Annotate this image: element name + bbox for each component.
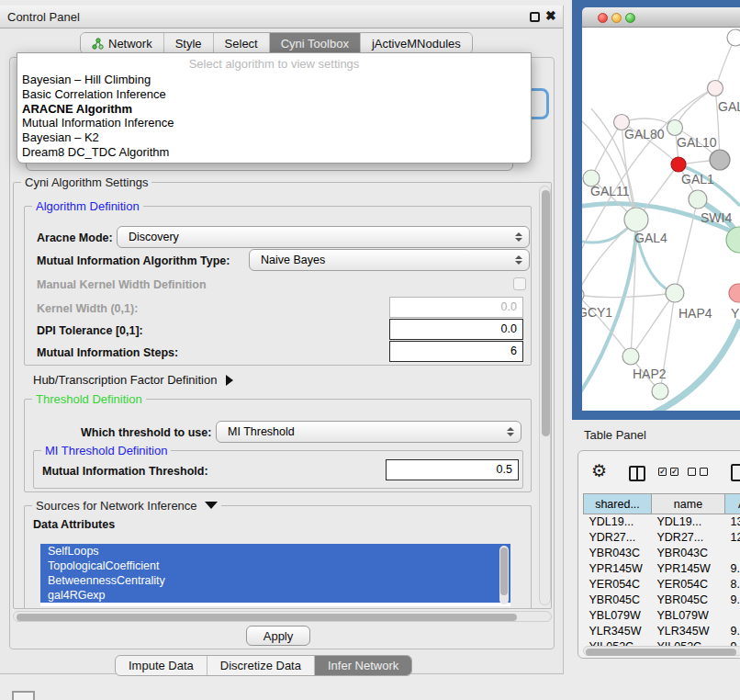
table-row[interactable]: YER054CYER054C8. [584,577,740,593]
algorithm-dropdown-item[interactable]: Bayesian – K2 [17,130,531,145]
table-cell: 9. [725,639,740,647]
tab-impute-data[interactable]: Impute Data [116,656,207,675]
table-cell: YBR045C [652,593,725,608]
minimized-panel-icon[interactable] [12,691,35,700]
table-row[interactable]: YDL19...YDL19...13 [584,514,740,530]
table-horizontal-scrollbar[interactable] [583,646,740,656]
network-node[interactable] [729,284,740,302]
tab-infer-network[interactable]: Infer Network [315,656,411,675]
table-cell: 13 [725,514,740,530]
aracne-mode-combobox[interactable]: Discovery [117,226,530,248]
table-cell: YBR043C [652,546,725,561]
table-row[interactable]: YBL079WYBL079W [584,608,740,624]
window-minimize-icon[interactable] [611,13,622,23]
sources-title[interactable]: Sources for Network Inference [32,499,221,513]
table-row[interactable]: YIL052CYIL052C9. [584,639,740,647]
column-header-shared-name[interactable]: shared... [584,494,652,514]
network-node-label: GAL80 [624,127,665,141]
mi-type-combobox[interactable]: Naive Bayes [249,249,530,271]
network-node[interactable] [708,81,723,96]
network-node[interactable] [652,383,668,400]
network-node-label: SWI4 [701,210,732,225]
table-cell: YDL19... [584,514,652,530]
mi-steps-field[interactable]: 6 [389,341,523,362]
table-cell: YPR145W [584,561,652,577]
table-cell: YIL052C [652,639,725,647]
kernel-width-field[interactable]: 0.0 [389,297,523,318]
table-panel: ⚙ ✓ ✓ shared... name A YDL19...YDL19...1… [577,450,740,659]
collapse-down-icon [205,502,218,509]
mi-threshold-field[interactable]: 0.5 [386,459,519,480]
algorithm-dropdown-item[interactable]: Mutual Information Inference [17,116,531,130]
network-node-label: GAL10 [677,135,717,150]
network-node[interactable] [710,150,730,170]
node-table[interactable]: shared... name A YDL19...YDL19...13YDR27… [583,493,740,646]
float-window-icon[interactable] [530,12,540,22]
network-node[interactable] [689,190,707,209]
algorithm-dropdown-item[interactable]: Dream8 DC_TDC Algorithm [17,145,531,160]
network-node[interactable] [727,29,740,46]
tab-network[interactable]: Network [81,33,164,53]
mi-type-label: Mutual Information Algorithm Type: [37,254,230,267]
attribute-list-item[interactable]: BetweennessCentrality [40,573,510,588]
tab-style-label: Style [175,37,202,51]
table-row[interactable]: YBR045CYBR045C9. [584,593,740,608]
column-header-a[interactable]: A [725,494,740,514]
table-row[interactable]: YBR043CYBR043C [584,546,740,561]
tab-jactivemnodules[interactable]: jActiveMNodules [361,33,472,53]
control-panel-tab-bar: Network Style Select Cyni Toolbox jActiv… [80,32,473,54]
tab-discretize-data[interactable]: Discretize Data [207,656,315,675]
network-node-label: GCY1 [582,305,612,320]
network-node[interactable] [582,288,584,302]
which-threshold-label: Which threshold to use: [81,426,211,439]
network-window-titlebar[interactable] [582,7,740,28]
attribute-list-item[interactable]: SelfLoops [40,544,510,559]
manual-kernel-label: Manual Kernel Width Definition [37,278,207,291]
network-node[interactable] [622,348,639,365]
column-header-name[interactable]: name [652,494,725,514]
window-zoom-icon[interactable] [625,13,635,23]
settings-vertical-scrollbar[interactable] [539,186,551,605]
mi-threshold-definition-title: MI Threshold Definition [41,444,171,457]
apply-button[interactable]: Apply [246,626,310,646]
network-graph: GALGAL80GAL10GAL1GAL11SWI4GAL4GCY1HAP4YH… [582,28,740,411]
tab-style[interactable]: Style [164,33,214,53]
algorithm-dropdown-item[interactable]: ARACNE Algorithm [17,102,531,117]
attribute-list-item[interactable]: TopologicalCoefficient [40,559,510,573]
algorithm-dropdown-item[interactable]: Bayesian – Hill Climbing [17,73,531,87]
hub-definition-toggle[interactable]: Hub/Transcription Factor Definition [33,373,233,387]
settings-horizontal-scrollbar[interactable] [13,611,552,622]
table-row[interactable]: YDR27...YDR27...12 [584,530,740,546]
table-cell: YBL079W [584,608,652,624]
network-node[interactable] [667,120,683,136]
data-attributes-list[interactable]: SelfLoopsTopologicalCoefficientBetweenne… [40,544,510,606]
network-node[interactable] [666,284,684,302]
network-node-label: GAL [718,99,740,114]
window-close-icon[interactable] [598,13,608,23]
tab-cyni-toolbox[interactable]: Cyni Toolbox [270,33,361,53]
which-threshold-value: MI Threshold [228,425,295,438]
network-canvas[interactable]: GALGAL80GAL10GAL1GAL11SWI4GAL4GCY1HAP4YH… [582,28,740,411]
tab-select[interactable]: Select [214,33,270,53]
attribute-list-scrollbar[interactable] [499,546,509,604]
close-icon[interactable]: ✖ [545,8,556,23]
table-cell: YLR345W [652,624,725,639]
algorithm-dropdown-item[interactable]: Basic Correlation Inference [17,87,531,102]
dpi-tolerance-field[interactable]: 0.0 [389,319,523,340]
table-row[interactable]: YLR345WYLR345W9. [584,624,740,639]
table-cell: 9. [725,561,740,577]
network-view-window: GALGAL80GAL10GAL1GAL11SWI4GAL4GCY1HAP4YH… [572,0,740,420]
manual-kernel-checkbox[interactable] [513,277,526,290]
attribute-list-item[interactable]: gal4RGexp [40,588,510,603]
table-cell: YBL079W [652,608,725,624]
network-node[interactable] [624,208,648,231]
network-node[interactable] [671,157,686,172]
tab-jactivemnodules-label: jActiveMNodules [372,37,461,51]
aracne-mode-label: Aracne Mode: [37,231,113,244]
table-cell: YDL19... [652,514,725,530]
kernel-width-label: Kernel Width (0,1): [37,302,138,315]
table-row[interactable]: YPR145WYPR145W9. [584,561,740,577]
combo-arrows-icon [515,232,522,242]
network-node-label: HAP4 [678,306,712,321]
which-threshold-combobox[interactable]: MI Threshold [216,421,521,443]
